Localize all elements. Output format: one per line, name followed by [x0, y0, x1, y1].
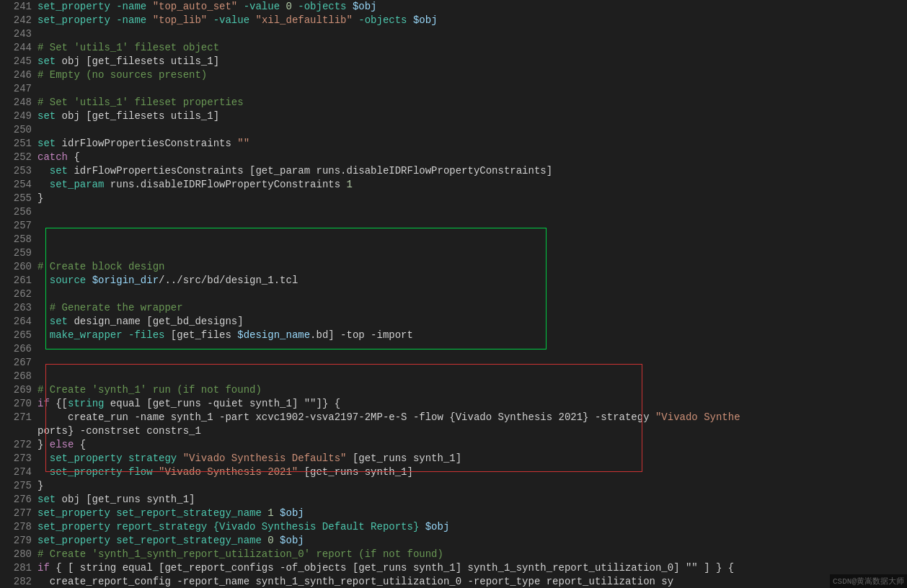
line-number: 274 [0, 466, 37, 479]
code-line: 245set obj [get_filesets utils_1] [0, 55, 907, 68]
code-line: 261 source $origin_dir/../src/bd/design_… [0, 274, 907, 288]
line-content: } else { [37, 438, 907, 452]
code-line: 262 [0, 288, 907, 301]
line-content: set_property -name "top_auto_set" -value… [37, 0, 907, 14]
line-number: 265 [0, 329, 37, 342]
line-content: # Set 'utils_1' fileset properties [37, 96, 907, 110]
line-number: 257 [0, 219, 37, 233]
line-number: 261 [0, 274, 37, 288]
code-line: 279set_property set_report_strategy_name… [0, 534, 907, 548]
line-number: 267 [0, 356, 37, 370]
line-content: set obj [get_filesets utils_1] [37, 55, 907, 68]
line-content: } [37, 479, 907, 493]
code-line: 268 [0, 370, 907, 383]
line-content [37, 246, 907, 260]
line-content: # Create 'synth_1' run (if not found) [37, 383, 907, 397]
line-content: set design_name [get_bd_designs] [37, 315, 907, 329]
code-line: 250 [0, 123, 907, 137]
line-number: 282 [0, 575, 37, 588]
code-line: 251set idrFlowPropertiesConstraints "" [0, 137, 907, 151]
line-content: if { [ string equal [get_report_configs … [37, 561, 907, 575]
code-line: 256 [0, 205, 907, 219]
line-content: # Create 'synth_1_synth_report_utilizati… [37, 548, 907, 561]
line-content [37, 370, 907, 383]
code-line: 277set_property set_report_strategy_name… [0, 507, 907, 520]
line-number: 250 [0, 123, 37, 137]
line-content: # Set 'utils_1' fileset object [37, 41, 907, 55]
code-line: 271 create_run -name synth_1 -part xcvc1… [0, 411, 907, 424]
line-number: 245 [0, 55, 37, 68]
line-content: catch { [37, 151, 907, 164]
line-content: source $origin_dir/../src/bd/design_1.tc… [37, 274, 907, 288]
code-line: 249set obj [get_filesets utils_1] [0, 110, 907, 123]
code-line: 275} [0, 479, 907, 493]
code-line: 257 [0, 219, 907, 233]
line-content: make_wrapper -files [get_files $design_n… [37, 329, 907, 342]
line-number: 273 [0, 452, 37, 466]
code-line: 254 set_param runs.disableIDRFlowPropert… [0, 178, 907, 192]
line-number: 249 [0, 110, 37, 123]
line-number: 252 [0, 151, 37, 164]
code-line: 244# Set 'utils_1' fileset object [0, 41, 907, 55]
line-content: set idrFlowPropertiesConstraints "" [37, 137, 907, 151]
line-number: 262 [0, 288, 37, 301]
line-number: 268 [0, 370, 37, 383]
line-content: set_property set_report_strategy_name 0 … [37, 534, 907, 548]
code-line: 265 make_wrapper -files [get_files $desi… [0, 329, 907, 342]
code-line: 280# Create 'synth_1_synth_report_utiliz… [0, 548, 907, 561]
line-content [37, 27, 907, 41]
line-content [37, 82, 907, 96]
code-line: 266 [0, 342, 907, 356]
code-line: ports} -constrset constrs_1 [0, 424, 907, 438]
code-line: 259 [0, 246, 907, 260]
code-line: 242set_property -name "top_lib" -value "… [0, 14, 907, 27]
line-content [37, 205, 907, 219]
line-number: 260 [0, 260, 37, 274]
line-number: 246 [0, 68, 37, 82]
line-content [37, 233, 907, 246]
line-number: 258 [0, 233, 37, 246]
line-content: create_report_config -report_name synth_… [37, 575, 907, 588]
line-number: 276 [0, 493, 37, 507]
code-line: 241set_property -name "top_auto_set" -va… [0, 0, 907, 14]
line-content [37, 123, 907, 137]
line-content: set_param runs.disableIDRFlowPropertyCon… [37, 178, 907, 192]
line-number: 270 [0, 397, 37, 411]
code-line: 281if { [ string equal [get_report_confi… [0, 561, 907, 575]
code-line: 267 [0, 356, 907, 370]
code-line: 274 set_property flow "Vivado Synthesis … [0, 466, 907, 479]
line-content: set_property set_report_strategy_name 1 … [37, 507, 907, 520]
line-content: create_run -name synth_1 -part xcvc1902-… [37, 411, 907, 424]
line-content: set obj [get_filesets utils_1] [37, 110, 907, 123]
line-content: # Create block design [37, 260, 907, 274]
code-line: 264 set design_name [get_bd_designs] [0, 315, 907, 329]
line-number: 281 [0, 561, 37, 575]
line-content [37, 356, 907, 370]
line-number: 241 [0, 0, 37, 14]
line-number: 242 [0, 14, 37, 27]
code-line: 272} else { [0, 438, 907, 452]
code-line: 248# Set 'utils_1' fileset properties [0, 96, 907, 110]
line-content: set obj [get_runs synth_1] [37, 493, 907, 507]
line-number: 255 [0, 192, 37, 205]
line-number: 264 [0, 315, 37, 329]
code-line: 246# Empty (no sources present) [0, 68, 907, 82]
line-number: 272 [0, 438, 37, 452]
line-content: set idrFlowPropertiesConstraints [get_pa… [37, 164, 907, 178]
line-content: set_property flow "Vivado Synthesis 2021… [37, 466, 907, 479]
line-number: 243 [0, 27, 37, 41]
line-content: # Empty (no sources present) [37, 68, 907, 82]
code-line: 260# Create block design [0, 260, 907, 274]
line-number: 271 [0, 411, 37, 424]
code-line: 282 create_report_config -report_name sy… [0, 575, 907, 588]
code-line: 269# Create 'synth_1' run (if not found) [0, 383, 907, 397]
line-content: # Generate the wrapper [37, 301, 907, 315]
line-content: } [37, 192, 907, 205]
line-content: ports} -constrset constrs_1 [37, 424, 907, 438]
line-number: 259 [0, 246, 37, 260]
code-line: 276set obj [get_runs synth_1] [0, 493, 907, 507]
line-number: 263 [0, 301, 37, 315]
code-line: 263 # Generate the wrapper [0, 301, 907, 315]
line-content [37, 219, 907, 233]
line-number: 251 [0, 137, 37, 151]
